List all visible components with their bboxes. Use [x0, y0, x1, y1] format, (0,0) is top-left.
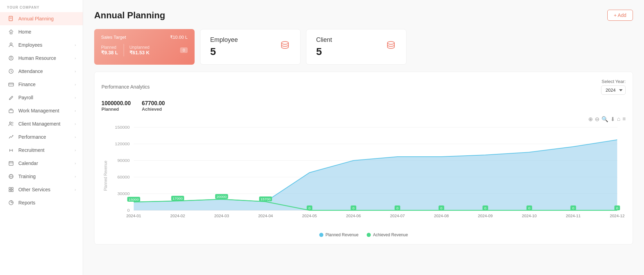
year-select[interactable]: 2024 2023 2022: [601, 85, 626, 95]
svg-text:0: 0: [528, 207, 530, 210]
download-icon[interactable]: ⬇: [610, 116, 615, 122]
chevron-right-icon: ›: [75, 56, 76, 60]
svg-text:Planned Revenue: Planned Revenue: [103, 161, 108, 191]
svg-text:60000: 60000: [117, 175, 130, 180]
svg-text:2024-10: 2024-10: [522, 214, 537, 218]
svg-rect-3: [10, 32, 12, 34]
svg-text:0: 0: [484, 207, 486, 210]
svg-text:15700: 15700: [260, 198, 271, 201]
chevron-right-icon: ›: [75, 122, 76, 126]
home-chart-icon[interactable]: ⌂: [617, 116, 620, 122]
planned-stat-label: Planned: [101, 107, 131, 112]
sidebar-item-label: Home: [18, 29, 31, 35]
people-icon: [8, 121, 14, 127]
svg-rect-25: [9, 190, 11, 192]
svg-point-28: [281, 42, 288, 44]
sidebar-item-label: Recruitment: [18, 147, 44, 153]
svg-text:0: 0: [308, 207, 311, 210]
add-button[interactable]: + Add: [607, 10, 633, 21]
chevron-right-icon: ›: [75, 188, 76, 192]
svg-text:2024-08: 2024-08: [434, 214, 449, 218]
svg-text:0: 0: [440, 207, 442, 210]
client-database-icon: [385, 40, 396, 54]
sidebar-item-home[interactable]: Home: [0, 25, 83, 38]
svg-text:2024-01: 2024-01: [126, 214, 141, 218]
globe-icon: [8, 173, 14, 180]
unplanned-value: ₹61.53 K: [129, 50, 150, 55]
sidebar-item-employees[interactable]: Employees ›: [0, 38, 83, 52]
svg-text:30000: 30000: [117, 192, 130, 196]
sidebar-item-label: Other Services: [18, 187, 51, 192]
sidebar-item-label: Finance: [18, 82, 36, 87]
person-icon: [8, 42, 14, 48]
sidebar-item-work-management[interactable]: Work Management ›: [0, 104, 83, 117]
achieved-stat: 67700.00 Achieved: [142, 100, 165, 112]
svg-text:2024-05: 2024-05: [302, 214, 317, 218]
chart-icon: [8, 134, 14, 140]
zoom-in-icon[interactable]: ⊕: [588, 116, 593, 122]
client-card: Client 5: [306, 29, 406, 65]
sidebar-item-annual-planning[interactable]: Annual Planning: [0, 12, 83, 25]
svg-rect-24: [11, 187, 13, 189]
chevron-right-icon: ›: [75, 43, 76, 47]
planned-number: 1000000.00: [101, 100, 131, 107]
svg-text:2024-07: 2024-07: [390, 214, 405, 218]
sidebar-item-attendance[interactable]: Attendance ›: [0, 65, 83, 78]
svg-text:17000: 17000: [173, 197, 183, 200]
sidebar-item-finance[interactable]: Finance ›: [0, 78, 83, 91]
sidebar-item-human-resource[interactable]: Human Resource ›: [0, 52, 83, 65]
planned-legend-item: Planned Revenue: [319, 232, 358, 237]
sidebar-item-reports[interactable]: Reports: [0, 196, 83, 209]
sales-toggle[interactable]: 0: [180, 47, 188, 53]
client-card-left: Client 5: [316, 36, 332, 57]
zoom-out-icon[interactable]: ⊖: [595, 116, 599, 122]
svg-point-12: [12, 122, 13, 123]
planned-legend-label: Planned Revenue: [325, 232, 358, 237]
sales-target-label: Sales Target: [101, 35, 126, 40]
clock-icon: [8, 68, 14, 74]
sidebar-item-label: Payroll: [18, 95, 33, 100]
chevron-right-icon: ›: [75, 148, 76, 152]
svg-point-6: [10, 57, 12, 58]
sidebar-item-label: Client Management: [18, 121, 60, 127]
employee-label: Employee: [210, 36, 238, 44]
chevron-right-icon: ›: [75, 175, 76, 178]
svg-text:2024-12: 2024-12: [610, 214, 625, 218]
analytics-header: Performance Analytics Select Year: 2024 …: [101, 79, 626, 95]
svg-rect-10: [9, 110, 13, 113]
chart-toolbar: ⊕ ⊖ 🔍 ⬇ ⌂ ≡: [101, 116, 626, 122]
sidebar-item-label: Calendar: [18, 161, 38, 166]
database-icon: [279, 40, 290, 54]
analytics-panel: Performance Analytics Select Year: 2024 …: [94, 72, 633, 245]
menu-icon[interactable]: ≡: [623, 116, 626, 122]
svg-point-4: [10, 43, 12, 45]
svg-text:0: 0: [127, 208, 130, 213]
svg-text:0: 0: [352, 207, 355, 210]
sidebar-item-client-management[interactable]: Client Management ›: [0, 117, 83, 130]
planned-value: ₹9.38 L: [101, 50, 118, 55]
svg-rect-23: [9, 187, 11, 189]
sidebar-item-other-services[interactable]: Other Services ›: [0, 183, 83, 196]
unplanned-label: Unplanned: [129, 45, 150, 50]
sidebar-item-training[interactable]: Training ›: [0, 170, 83, 183]
svg-text:2024-09: 2024-09: [478, 214, 493, 218]
sales-target-amount: ₹10.00 L: [170, 35, 188, 40]
client-value: 5: [316, 46, 332, 57]
page-title: Annual Planning: [94, 10, 165, 21]
performance-chart: 150000 120000 90000 60000 30000 0 Planne…: [101, 124, 626, 228]
svg-text:15000: 15000: [129, 198, 139, 201]
sidebar-item-recruitment[interactable]: Recruitment ›: [0, 144, 83, 157]
sidebar-item-label: Performance: [18, 134, 46, 140]
sidebar-item-calendar[interactable]: Calendar ›: [0, 157, 83, 170]
sidebar-item-payroll[interactable]: Payroll ›: [0, 91, 83, 104]
sidebar-item-performance[interactable]: Performance ›: [0, 130, 83, 144]
sidebar-item-label: Attendance: [18, 68, 43, 74]
chevron-right-icon: ›: [75, 83, 76, 86]
card-icon: [8, 81, 14, 88]
svg-rect-8: [9, 83, 14, 86]
pie-icon: [8, 200, 14, 206]
home-icon: [8, 29, 14, 35]
search-zoom-icon[interactable]: 🔍: [601, 116, 608, 122]
svg-text:150000: 150000: [115, 125, 130, 130]
planned-label: Planned: [101, 45, 118, 50]
